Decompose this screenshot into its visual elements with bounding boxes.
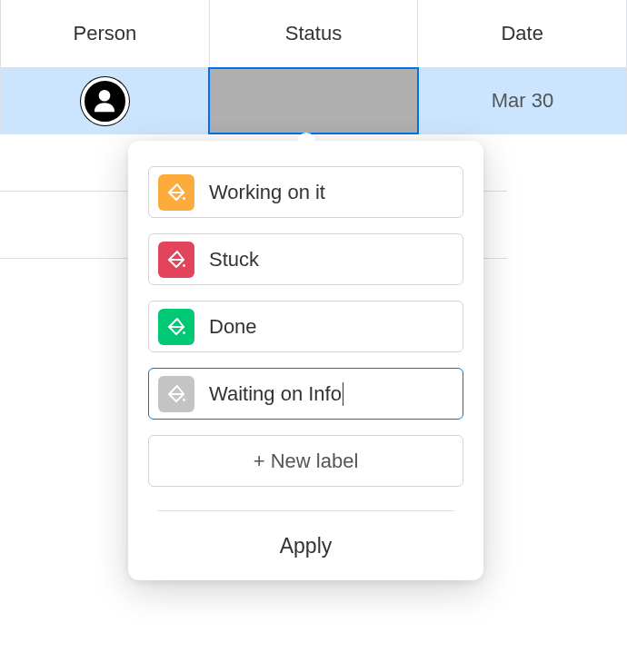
text-cursor <box>343 382 344 406</box>
new-label-button[interactable]: + New label <box>148 435 463 487</box>
avatar[interactable] <box>81 77 129 125</box>
status-label-popover: Working on it Stuck Done <box>128 141 483 580</box>
status-option-working-on-it[interactable]: Working on it <box>148 166 463 218</box>
status-option-label: Working on it <box>209 181 453 204</box>
status-option-done[interactable]: Done <box>148 301 463 352</box>
column-header-status[interactable]: Status <box>210 0 419 67</box>
paint-bucket-icon[interactable] <box>158 376 194 412</box>
status-option-stuck[interactable]: Stuck <box>148 233 463 285</box>
paint-bucket-icon[interactable] <box>158 174 194 211</box>
svg-point-4 <box>183 399 185 401</box>
table-header: Person Status Date <box>0 0 627 68</box>
status-option-label: Done <box>209 315 453 339</box>
svg-point-3 <box>183 331 185 334</box>
column-header-person[interactable]: Person <box>1 0 210 67</box>
column-header-date[interactable]: Date <box>418 0 626 67</box>
svg-point-0 <box>99 90 111 102</box>
cell-date[interactable]: Mar 30 <box>419 68 626 133</box>
paint-bucket-icon[interactable] <box>158 242 194 278</box>
status-option-input[interactable]: Waiting on Info <box>209 382 342 406</box>
table-row[interactable]: Mar 30 <box>0 68 627 134</box>
svg-point-1 <box>183 197 185 200</box>
person-icon <box>88 84 121 117</box>
paint-bucket-icon[interactable] <box>158 309 194 345</box>
cell-person[interactable] <box>1 68 208 133</box>
apply-button[interactable]: Apply <box>148 511 463 580</box>
status-option-editing[interactable]: Waiting on Info <box>148 368 463 420</box>
svg-point-2 <box>183 264 185 267</box>
cell-status[interactable] <box>208 67 419 134</box>
status-option-label: Stuck <box>209 248 453 272</box>
